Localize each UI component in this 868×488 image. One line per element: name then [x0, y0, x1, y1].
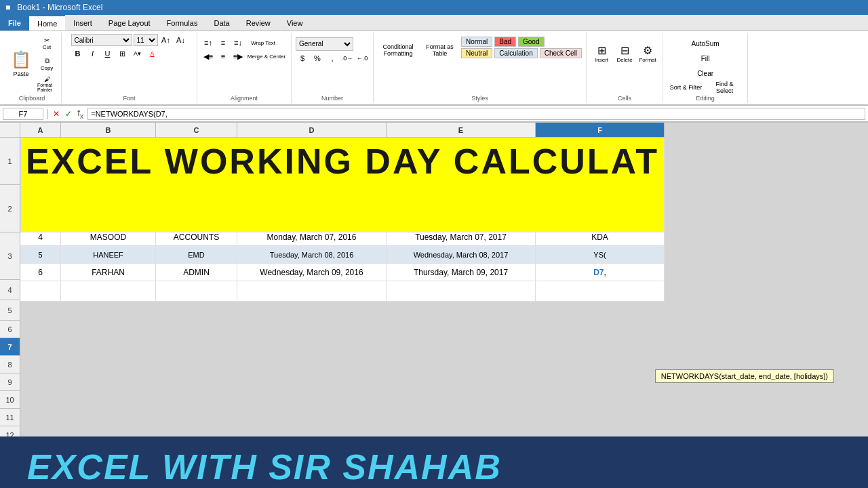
bottom-banner-text: EXCEL WITH SIR SHAHAB: [27, 447, 502, 487]
cell-B12[interactable]: FARHAN: [61, 264, 156, 281]
row-header-7[interactable]: 7: [0, 338, 20, 356]
paste-button[interactable]: 📋 Paste: [7, 44, 35, 83]
cancel-formula-icon[interactable]: ✕: [52, 108, 61, 120]
merge-center-button[interactable]: Merge & Center: [246, 50, 287, 62]
font-size-select[interactable]: 11: [134, 34, 158, 46]
col-header-F[interactable]: F: [536, 123, 665, 138]
cell-B13[interactable]: [61, 281, 156, 302]
borders-button[interactable]: ⊞: [116, 47, 130, 60]
align-center-button[interactable]: ≡: [216, 50, 230, 62]
cell-E13[interactable]: [387, 281, 536, 302]
row-header-6[interactable]: 6: [0, 321, 20, 338]
font-name-select[interactable]: Calibri: [71, 34, 132, 46]
normal-style[interactable]: Normal: [461, 37, 492, 47]
cell-D13[interactable]: [237, 281, 387, 302]
fill-color-button[interactable]: A▾: [131, 47, 144, 60]
confirm-formula-icon[interactable]: ✓: [64, 108, 73, 120]
row-header-12[interactable]: 12: [0, 426, 20, 436]
font-controls: Calibri 11 A↑ A↓ B I U ⊞ A▾ A: [71, 34, 188, 60]
tab-file[interactable]: File: [0, 15, 29, 30]
wrap-text-button[interactable]: Wrap Text: [246, 37, 280, 49]
formula-input[interactable]: [87, 108, 865, 120]
col-header-A[interactable]: A: [20, 123, 61, 138]
col-header-D[interactable]: D: [237, 123, 387, 138]
tab-insert[interactable]: Insert: [65, 15, 100, 30]
increase-decimal-button[interactable]: .0→: [340, 52, 354, 64]
bad-style[interactable]: Bad: [494, 37, 516, 47]
clear-button[interactable]: Clear: [668, 66, 743, 80]
copy-button[interactable]: ⧉ Copy: [37, 54, 57, 73]
cell-D12[interactable]: Wednesday, March 09, 2016: [237, 264, 387, 281]
row-header-8[interactable]: 8: [0, 356, 20, 373]
tab-page-layout[interactable]: Page Layout: [100, 15, 159, 30]
col-header-B[interactable]: B: [61, 123, 156, 138]
font-color-button[interactable]: A: [146, 47, 159, 60]
cell-C12[interactable]: ADMIN: [156, 264, 237, 281]
row-header-3[interactable]: 3: [0, 232, 20, 280]
cell-A13[interactable]: [20, 281, 61, 302]
align-top-center-button[interactable]: ≡: [216, 37, 230, 49]
find-select-button[interactable]: Find & Select: [706, 81, 743, 94]
function-wizard-icon[interactable]: fx: [76, 106, 85, 121]
cell-E11[interactable]: Wednesday, March 08, 2017: [387, 246, 536, 264]
sort-filter-button[interactable]: Sort & Filter: [667, 81, 705, 94]
cell-C13[interactable]: [156, 281, 237, 302]
decrease-font-button[interactable]: A↓: [174, 34, 188, 46]
conditional-formatting-button[interactable]: Conditional Formatting: [378, 37, 418, 64]
align-right-button[interactable]: ≡▶: [231, 50, 245, 62]
format-as-table-button[interactable]: Format as Table: [421, 37, 458, 64]
row-header-5[interactable]: 5: [0, 300, 20, 321]
align-top-right-button[interactable]: ≡↓: [231, 37, 245, 49]
row-header-2[interactable]: 2: [0, 185, 20, 232]
title-merged-cell[interactable]: EXCEL WORKING DAY CALCULAT: [20, 138, 665, 232]
autosum-button[interactable]: AutoSum: [668, 37, 743, 50]
percent-button[interactable]: %: [311, 52, 324, 64]
number-format-select[interactable]: General: [296, 37, 353, 51]
tab-review[interactable]: Review: [238, 15, 279, 30]
cells-label: Cells: [618, 94, 631, 102]
fill-button[interactable]: Fill: [668, 52, 743, 65]
calculation-style[interactable]: Calculation: [494, 48, 537, 58]
delete-button[interactable]: ⊟ Delete: [614, 37, 635, 70]
tab-view[interactable]: View: [279, 15, 311, 30]
cell-F11[interactable]: YS(: [536, 246, 665, 264]
underline-button[interactable]: U: [101, 47, 115, 60]
sheet-area: 1 2 3 4 5 6 7 8 9 10 11 12 13 14 15 16: [0, 138, 868, 436]
format-button[interactable]: ⚙ Format: [637, 37, 658, 70]
cell-A11[interactable]: 5: [20, 246, 61, 264]
cell-A12[interactable]: 6: [20, 264, 61, 281]
currency-button[interactable]: $: [296, 52, 309, 64]
increase-font-button[interactable]: A↑: [159, 34, 173, 46]
comma-button[interactable]: ,: [326, 52, 339, 64]
italic-button[interactable]: I: [86, 47, 100, 60]
tab-formulas[interactable]: Formulas: [159, 15, 206, 30]
alignment-group: ≡↑ ≡ ≡↓ Wrap Text ◀≡ ≡ ≡▶ Merge & Center…: [197, 33, 292, 103]
cell-E12[interactable]: Thursday, March 09, 2017: [387, 264, 536, 281]
row-header-4[interactable]: 4: [0, 280, 20, 300]
align-top-left-button[interactable]: ≡↑: [201, 37, 215, 49]
decrease-decimal-button[interactable]: ←.0: [355, 52, 369, 64]
row-header-11[interactable]: 11: [0, 409, 20, 426]
check-cell-style[interactable]: Check Cell: [540, 48, 582, 58]
col-header-E[interactable]: E: [387, 123, 536, 138]
cell-D11[interactable]: Tuesday, March 08, 2016: [237, 246, 387, 264]
row-header-1[interactable]: 1: [0, 138, 20, 185]
row-header-9[interactable]: 9: [0, 373, 20, 391]
bold-button[interactable]: B: [71, 47, 85, 60]
cell-C11[interactable]: EMD: [156, 246, 237, 264]
cell-F12[interactable]: D7,: [536, 264, 665, 281]
format-painter-icon: 🖌: [44, 76, 50, 83]
neutral-style[interactable]: Neutral: [461, 48, 492, 58]
col-header-C[interactable]: C: [156, 123, 237, 138]
cell-reference-box[interactable]: [3, 108, 43, 120]
row-header-10[interactable]: 10: [0, 391, 20, 409]
align-left-button[interactable]: ◀≡: [201, 50, 215, 62]
tab-home[interactable]: Home: [29, 15, 65, 30]
good-style[interactable]: Good: [518, 37, 544, 47]
cell-F13[interactable]: [536, 281, 665, 302]
cut-button[interactable]: ✂ Cut: [37, 34, 57, 53]
cell-B11[interactable]: HANEEF: [61, 246, 156, 264]
format-painter-button[interactable]: 🖌 Format Painter: [37, 75, 57, 94]
tab-data[interactable]: Data: [205, 15, 237, 30]
insert-button[interactable]: ⊞ Insert: [591, 37, 612, 70]
